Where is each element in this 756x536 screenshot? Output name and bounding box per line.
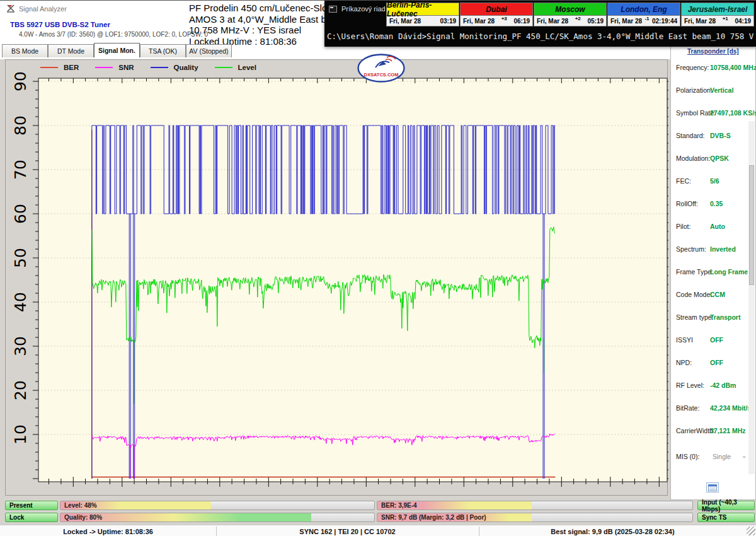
clock-date: Fri, Mar 28 [389,18,421,25]
status-bar: Locked -> Uptime: 81:08:36 SYNC 162 | TE… [0,525,756,536]
status-best-signal: Best signal: 9,9 dB (2025-03-28 02:34) [479,525,747,536]
transponder-label: Standard: [676,132,705,139]
clock-hhmm: 02:19:44 [652,18,677,25]
tab-tsa-ok-[interactable]: TSA (OK) [140,44,186,57]
transponder-value: DVB-S [710,132,731,139]
transponder-value: 5/6 [710,177,719,185]
clock-cell: Jerusalem-IsraelFri, Mar 28+104:19 [680,3,754,27]
status-badge-present: Present [5,501,58,510]
svg-text:DXSATCS.COM: DXSATCS.COM [364,72,399,78]
transponder-value: CCM [710,291,725,298]
tab-bar: BS ModeDT ModeSignal Mon.TSA (OK)AV (Sto… [2,43,232,57]
signal-chart: BERSNRQualityLevel 102030405060708090 [5,59,668,496]
transponder-row: NPD:OFF [676,359,749,368]
transponder-label: Modulation: [676,154,710,162]
transponder-row: Pilot:Auto [676,223,749,231]
clock-utc-offset: +1 [716,16,735,21]
dxsatcs-logo: DXSATCS.COM [357,54,406,83]
transponder-value: Inverted [710,245,736,253]
transponder-label: Stream type: [676,313,714,321]
transponder-value: 42,234 Mbit/s [710,404,751,412]
transponder-label: Spectrum: [676,245,706,253]
clock-date: Fri, Mar 28 [463,18,495,25]
clock-city: Jerusalem-Israel [681,3,754,16]
transponder-row: Spectrum:Inverted [676,245,749,254]
meter-label: Quality: 80% [64,514,102,521]
clock-hhmm: 04:19 [735,18,751,25]
transponder-value: Auto [710,223,725,230]
tab-signal-mon-[interactable]: Signal Mon. [94,43,140,57]
panel-scrollbar-thumb[interactable] [749,165,754,285]
transponder-label: BitRate: [676,404,699,412]
transponder-row: RF Level:-42 dBm [676,382,749,390]
window-title-text: Signal Analyzer [19,5,67,13]
status-badge-sync-ts: Sync TS [697,513,755,522]
transponder-label: NPD: [676,359,692,366]
clock-city: Berlin-Paris-Lučenec [386,3,459,16]
status-locked-uptime: Locked -> Uptime: 81:08:36 [0,525,216,536]
plot-area [6,60,668,496]
clock-utc-offset: +3 [495,16,513,21]
transponder-row: Frame Type:Long Frame [676,268,749,277]
meter-label: SNR: 9,7 dB (Margin: 3,2 dB | Poor) [381,514,486,521]
meter-label: Level: 48% [64,502,97,509]
clock-time: Fri, Mar 28-102:19:44 [607,16,680,26]
transponder-value: -42 dBm [710,382,736,389]
status-badge-lock: Lock [5,513,58,522]
clock-time: Fri, Mar 28+306:19 [460,16,533,26]
status-sync-counters: SYNC 162 | TEI 20 | CC 10702 [216,525,479,536]
transponder-row: CarrierWidth:37,121 MHz [676,427,749,436]
clock-cell: MoscowFri, Mar 28+205:19 [533,3,607,27]
transponder-value: 0.35 [710,200,723,207]
transponder-value: 10758,400 MHz [710,64,756,71]
mis-label: MIS (0): [676,453,699,460]
transponder-row: Frequency:10758,400 MHz [676,64,749,73]
frequency-line: 10 758 MHz-V : YES israel [189,25,324,36]
panel-scrollbar[interactable] [748,121,755,474]
window-list-icon [708,484,717,491]
cmd-prompt-text: C:\Users\Roman Dávid>Signal Monitoring_P… [327,32,756,41]
transponder-value: Transport [710,313,740,321]
transponder-label: Pilot: [676,223,690,230]
cmd-title-bar[interactable]: Príkazový riadok [329,5,392,13]
clock-cell: DubaiFri, Mar 28+306:19 [459,3,533,27]
transponder-label: CarrierWidth: [676,427,715,434]
transponder-value: Long Frame [710,268,748,276]
signal-analyzer-window: Signal Analyzer TBS 5927 USB DVB-S2 Tune… [0,0,756,536]
transponder-label: ISSYI [676,336,693,344]
transponder-value: OFF [710,336,723,344]
transponder-row: Polarization:Vertical [676,86,749,95]
transponder-panel: Transponder [ds] Frequency:10758,400 MHz… [670,45,756,500]
clock-time: Fri, Mar 28+205:19 [534,16,607,26]
transponder-row: FEC:5/6 [676,177,749,186]
mis-dropdown[interactable]: Single [713,453,731,460]
transponder-value: OFF [710,359,723,366]
clock-hhmm: 05:19 [587,18,604,25]
clock-cell: Berlin-Paris-LučenecFri, Mar 2803:19 [386,3,459,27]
tab-av-stopped-[interactable]: AV (Stopped) [186,44,232,57]
chevron-down-icon[interactable]: ⌄ [742,452,747,459]
meter-ber: BER: 3,9E-4 [377,501,693,510]
clock-date: Fri, Mar 28 [684,18,716,25]
transponder-label: RF Level: [676,382,704,389]
antenna-line: PF Prodelin 450 cm/Lučenec-Slovakia [189,3,324,14]
transponder-row: BitRate:42,234 Mbit/s [676,404,749,413]
clock-utc-offset: +2 [568,16,587,21]
app-icon [6,4,15,13]
transponder-label: Polarization: [676,86,713,94]
tab-dt-mode[interactable]: DT Mode [48,44,94,57]
clock-city: London, Eng [607,3,680,16]
tab-bs-mode[interactable]: BS Mode [2,44,48,57]
transponder-row: Modulation:QPSK [676,154,749,163]
tuner-name: TBS 5927 USB DVB-S2 Tuner [10,21,110,28]
transponder-label: Code Mode: [676,291,712,298]
transponder-label: Frequency: [676,64,709,71]
clock-city: Moscow [534,3,607,16]
clock-hhmm: 06:19 [513,18,530,25]
transponder-label: FEC: [676,177,691,185]
meter-level: Level: 48% [60,501,375,510]
transport-window-button[interactable] [706,482,719,492]
resize-grip[interactable] [747,527,755,535]
status-badge-input-40-3-mbps-: Input (~40,3 Mbps) [697,501,755,510]
header-info: PF Prodelin 450 cm/Lučenec-Slovakia AMOS… [189,3,324,47]
